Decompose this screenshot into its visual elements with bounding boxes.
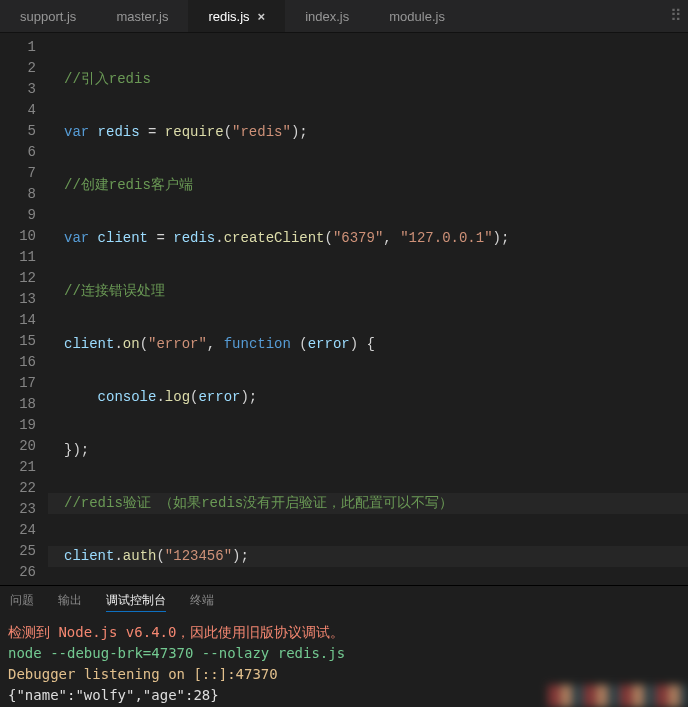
code-editor[interactable]: 1234567891011121314151617181920212223242… — [0, 33, 688, 586]
line-number: 16 — [0, 352, 36, 373]
console-line: Debugger listening on [::]:47370 — [8, 664, 680, 685]
panel-tab-terminal[interactable]: 终端 — [190, 592, 214, 612]
redacted-area — [548, 685, 688, 707]
line-number: 26 — [0, 562, 36, 583]
line-numbers: 1234567891011121314151617181920212223242… — [0, 33, 48, 585]
tab-index[interactable]: index.js — [285, 0, 369, 32]
line-number: 20 — [0, 436, 36, 457]
panel-tab-problems[interactable]: 问题 — [10, 592, 34, 612]
line-number: 15 — [0, 331, 36, 352]
line-number: 3 — [0, 79, 36, 100]
line-number: 22 — [0, 478, 36, 499]
line-number: 4 — [0, 100, 36, 121]
console-line: node --debug-brk=47370 --nolazy redis.js — [8, 643, 680, 664]
line-number: 2 — [0, 58, 36, 79]
tab-module[interactable]: module.js — [369, 0, 465, 32]
line-number: 6 — [0, 142, 36, 163]
comment: //引入redis — [64, 71, 151, 87]
tab-redis[interactable]: redis.js × — [188, 0, 285, 32]
drag-handle-icon[interactable]: ⠿ — [664, 6, 688, 26]
line-number: 14 — [0, 310, 36, 331]
line-number: 23 — [0, 499, 36, 520]
line-number: 19 — [0, 415, 36, 436]
line-number: 11 — [0, 247, 36, 268]
line-number: 24 — [0, 520, 36, 541]
line-number: 9 — [0, 205, 36, 226]
line-number: 7 — [0, 163, 36, 184]
close-icon[interactable]: × — [258, 9, 266, 24]
console-line: 检测到 Node.js v6.4.0，因此使用旧版协议调试。 — [8, 622, 680, 643]
panel-tab-output[interactable]: 输出 — [58, 592, 82, 612]
panel-tabs: 问题 输出 调试控制台 终端 — [0, 586, 688, 618]
line-number: 10 — [0, 226, 36, 247]
line-number: 13 — [0, 289, 36, 310]
code-area[interactable]: //引入redis var redis = require("redis"); … — [48, 33, 688, 585]
panel-tab-debug-console[interactable]: 调试控制台 — [106, 592, 166, 612]
line-number: 1 — [0, 37, 36, 58]
tab-support[interactable]: support.js — [0, 0, 96, 32]
line-number: 8 — [0, 184, 36, 205]
line-number: 25 — [0, 541, 36, 562]
editor-tabs: support.js master.js redis.js × index.js… — [0, 0, 688, 33]
line-number: 18 — [0, 394, 36, 415]
line-number: 21 — [0, 457, 36, 478]
line-number: 5 — [0, 121, 36, 142]
line-number: 17 — [0, 373, 36, 394]
tab-master[interactable]: master.js — [96, 0, 188, 32]
line-number: 12 — [0, 268, 36, 289]
